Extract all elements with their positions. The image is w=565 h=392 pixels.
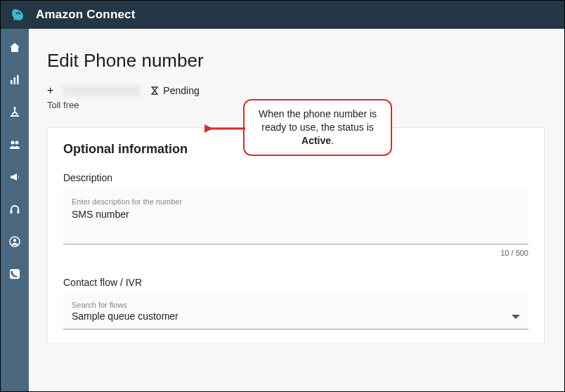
product-title: Amazon Connect: [36, 8, 136, 22]
nav-contact-control[interactable]: [1, 200, 29, 218]
annotation-callout: When the phone number is ready to use, t…: [243, 99, 392, 156]
svg-point-6: [11, 141, 15, 145]
phone-number-redacted: [63, 85, 141, 96]
description-label: Description: [63, 172, 528, 183]
nav-phone-numbers[interactable]: [1, 265, 29, 283]
contact-flow-label: Contact flow / IVR: [63, 277, 528, 288]
svg-point-5: [14, 107, 16, 109]
amazon-connect-logo-icon: [11, 6, 27, 23]
nav-account[interactable]: [1, 233, 29, 251]
chevron-down-icon: [512, 315, 520, 319]
callout-text: When the phone number is ready to use, t…: [259, 108, 377, 133]
nav-home[interactable]: [1, 39, 29, 57]
status-label: Pending: [163, 85, 199, 96]
svg-point-7: [15, 141, 19, 145]
sidebar: [1, 29, 29, 391]
svg-rect-4: [17, 75, 19, 84]
top-bar: Amazon Connect: [1, 1, 564, 29]
nav-analytics[interactable]: [1, 71, 29, 89]
svg-rect-3: [14, 77, 16, 84]
nav-users[interactable]: [1, 136, 29, 154]
main-content: Edit Phone number + Pending Toll free Op…: [29, 29, 564, 391]
optional-info-panel: Optional information Description Enter d…: [47, 127, 545, 344]
contact-flow-select[interactable]: Search for flows Sample queue customer: [63, 295, 528, 329]
description-counter: 10 / 500: [63, 249, 528, 257]
phone-number-row: + Pending: [47, 84, 545, 97]
description-placeholder: Enter description for the number: [72, 197, 520, 206]
page-title: Edit Phone number: [47, 50, 545, 72]
callout-suffix: .: [331, 135, 334, 146]
phone-prefix: +: [47, 84, 53, 97]
nav-announcements[interactable]: [1, 168, 29, 186]
nav-routing[interactable]: [1, 103, 29, 122]
hourglass-icon: [150, 86, 159, 95]
body: Edit Phone number + Pending Toll free Op…: [1, 29, 564, 391]
description-value: SMS number: [72, 209, 520, 220]
svg-point-11: [13, 239, 16, 242]
callout-bold: Active: [301, 135, 331, 146]
svg-rect-2: [11, 80, 13, 84]
svg-rect-8: [11, 210, 13, 214]
contact-flow-value: Sample queue customer: [72, 311, 178, 322]
contact-flow-search-label: Search for flows: [72, 301, 178, 309]
description-input[interactable]: Enter description for the number SMS num…: [63, 190, 528, 244]
app-frame: Amazon Connect Edit Phone number + Pendi…: [0, 0, 565, 392]
svg-rect-9: [18, 210, 20, 214]
status-badge: Pending: [150, 85, 199, 96]
